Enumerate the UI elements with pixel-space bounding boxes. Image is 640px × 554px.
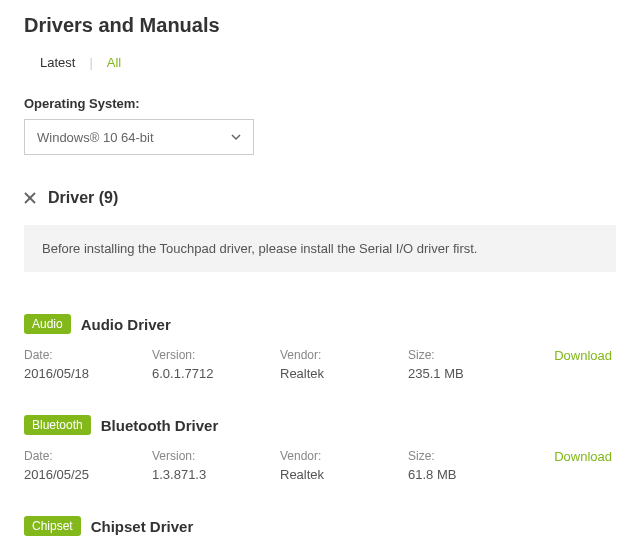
os-select-value: Windows® 10 64-bit bbox=[37, 130, 231, 145]
meta-value-vendor: Realtek bbox=[280, 366, 408, 381]
driver-section-title: Driver (9) bbox=[48, 189, 118, 207]
meta-value-date: 2016/05/25 bbox=[24, 467, 152, 482]
driver-category-badge: Bluetooth bbox=[24, 415, 91, 435]
meta-label-vendor: Vendor: bbox=[280, 449, 408, 463]
tab-all[interactable]: All bbox=[107, 55, 121, 70]
meta-value-size: 61.8 MB bbox=[408, 467, 536, 482]
driver-title: Audio Driver bbox=[81, 316, 171, 333]
meta-label-date: Date: bbox=[24, 348, 152, 362]
filter-tabs: Latest | All bbox=[40, 55, 616, 70]
meta-value-date: 2016/05/18 bbox=[24, 366, 152, 381]
driver-item: Audio Audio Driver Date: 2016/05/18 Vers… bbox=[24, 314, 616, 381]
meta-label-date: Date: bbox=[24, 449, 152, 463]
tab-latest[interactable]: Latest bbox=[40, 55, 75, 70]
driver-title: Chipset Driver bbox=[91, 518, 194, 535]
download-link[interactable]: Download bbox=[554, 348, 612, 363]
meta-value-version: 6.0.1.7712 bbox=[152, 366, 280, 381]
driver-section-header: Driver (9) bbox=[24, 189, 616, 207]
install-notice: Before installing the Touchpad driver, p… bbox=[24, 225, 616, 272]
tab-divider: | bbox=[89, 55, 92, 70]
os-label: Operating System: bbox=[24, 96, 616, 111]
driver-category-badge: Chipset bbox=[24, 516, 81, 536]
driver-item: Bluetooth Bluetooth Driver Date: 2016/05… bbox=[24, 415, 616, 482]
meta-label-size: Size: bbox=[408, 449, 536, 463]
meta-label-size: Size: bbox=[408, 348, 536, 362]
close-icon[interactable] bbox=[24, 192, 36, 204]
download-link[interactable]: Download bbox=[554, 449, 612, 464]
meta-value-vendor: Realtek bbox=[280, 467, 408, 482]
meta-value-size: 235.1 MB bbox=[408, 366, 536, 381]
os-select[interactable]: Windows® 10 64-bit bbox=[24, 119, 254, 155]
meta-label-version: Version: bbox=[152, 449, 280, 463]
meta-label-version: Version: bbox=[152, 348, 280, 362]
driver-title: Bluetooth Driver bbox=[101, 417, 219, 434]
driver-category-badge: Audio bbox=[24, 314, 71, 334]
driver-item: Chipset Chipset Driver bbox=[24, 516, 616, 536]
meta-value-version: 1.3.871.3 bbox=[152, 467, 280, 482]
meta-label-vendor: Vendor: bbox=[280, 348, 408, 362]
chevron-down-icon bbox=[231, 132, 241, 142]
page-title: Drivers and Manuals bbox=[24, 14, 616, 37]
